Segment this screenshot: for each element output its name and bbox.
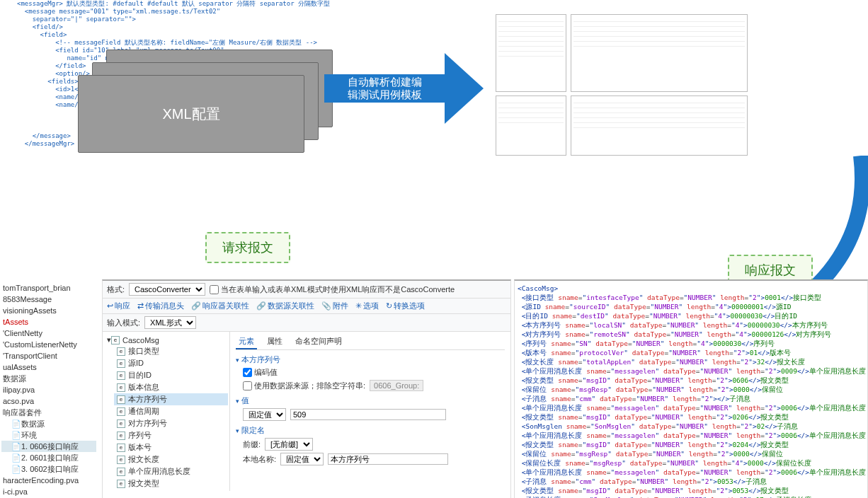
resp-xml-line: <子消息 sname="cmm" dataType="NUMBER" lengt… (518, 477, 864, 486)
resp-xml-line: <单个应用消息长度 sname="messagelen" dataType="N… (518, 431, 864, 440)
localname-text-input[interactable] (328, 453, 448, 465)
request-tag: 请求报文 (205, 232, 290, 263)
project-tree-item[interactable]: 8583Message (1, 294, 96, 305)
resp-xml-line: <SonMsglen sname="SonMsglen" dataType="N… (518, 422, 864, 431)
value-mode-select[interactable]: 固定值 (243, 408, 286, 421)
toolbar-icon: 📎 (321, 301, 331, 310)
project-tree-item[interactable]: 📄3. 0602接口响应 (1, 463, 96, 475)
resp-xml-line: <报文类型 sname="msgID" dataType="NUMBER" le… (518, 486, 864, 495)
msgtree-node[interactable]: e版本信息 (114, 381, 228, 393)
format-checkbox-label: 当在表单输入或表单XML模式时使用XML响应而不是CascoConverte (221, 284, 455, 295)
msgtree-node[interactable]: e版本号 (114, 441, 228, 453)
format-bar: 格式: CascoConverter 当在表单输入或表单XML模式时使用XML响… (103, 281, 510, 299)
input-mode-bar: 输入模式: XML形式 (103, 314, 510, 332)
flow-arrow: 自动解析创建编 辑测试用例模板 (324, 50, 487, 127)
project-tree-item[interactable]: 📄数据源 (1, 418, 96, 429)
xml-config-label: XML配置 (162, 105, 219, 124)
toolbar-数据源关联性[interactable]: 🔗数据源关联性 (256, 301, 314, 311)
resp-xml-line: <源ID sname="sourceID" dataType="NUMBER" … (518, 302, 864, 311)
msgtree-node[interactable]: e目的ID (114, 369, 228, 381)
resp-xml-line: <报文类型 sname="msgID" dataType="NUMBER" le… (518, 376, 864, 385)
toolbar-传输消息头[interactable]: ⇄传输消息头 (137, 301, 184, 311)
project-tree-item[interactable]: 📄2. 0601接口响应 (1, 452, 96, 463)
resp-xml-line: <序列号 sname="SN" dataType="NUMBER" length… (518, 339, 864, 348)
resp-xml-line: <单个应用消息长度 sname="messagelen" dataType="N… (518, 366, 864, 376)
toolbar-icon: ✳ (355, 301, 362, 310)
msgtree-node[interactable]: e单个应用消息长度 (114, 465, 228, 477)
resp-xml-line: <接口类型 sname="intesfaceType" dataType="NU… (518, 293, 864, 302)
prop-tab[interactable]: 属性 (264, 335, 285, 349)
resp-xml-line: <报文类型 sname="msgID" dataType="NUMBER" le… (518, 412, 864, 422)
resp-xml-line: <单个应用消息长度 sname="messagelen" dataType="N… (518, 468, 864, 477)
project-tree[interactable]: tomTransport_brian8583MessagevisioningAs… (0, 279, 99, 498)
toolbar-响应[interactable]: ↩响应 (107, 301, 130, 311)
prop-tabs[interactable]: 元素属性命名空间声明 (236, 335, 505, 350)
resp-xml-line: <本方序列号 sname="localSN" dataType="NUMBER"… (518, 320, 864, 330)
project-tree-item[interactable]: tomTransport_brian (1, 282, 96, 294)
msgtree-root[interactable]: ▾ eCascoMsg (104, 335, 228, 345)
project-tree-item[interactable]: 响应器套件 (1, 407, 96, 418)
toolbar-icon: ⇄ (137, 301, 144, 310)
prefix-select[interactable]: [无前缀] (265, 438, 313, 451)
format-checkbox[interactable] (210, 285, 219, 294)
format-label: 格式: (107, 284, 125, 295)
resp-xml-line: <单个应用消息长度 sname="messagelen" dataType="N… (518, 403, 864, 412)
file-icon: 📄 (11, 452, 20, 463)
project-tree-item[interactable]: 数据源 (1, 373, 96, 384)
toolbar-icon: ↻ (386, 301, 392, 310)
msgtree-node[interactable]: e序列号 (114, 429, 228, 441)
msgtree-node[interactable]: e对方序列号 (114, 417, 228, 429)
project-tree-item[interactable]: 'TransportClient (1, 350, 96, 361)
response-xml-panel[interactable]: <CascoMsg> <接口类型 sname="intesfaceType" d… (514, 279, 868, 498)
resp-xml-line: <保留位 sname="msgResp" dataType="NUMBER" l… (518, 449, 864, 458)
project-tree-item[interactable]: 'CustomListenerNetty (1, 339, 96, 350)
resp-xml-line: <目的ID sname="destID" dataType="NUMBER" l… (518, 311, 864, 320)
project-tree-item[interactable]: ualAssets (1, 361, 96, 373)
project-tree-item[interactable]: acso.pva (1, 395, 96, 407)
input-mode-label: 输入模式: (107, 318, 140, 328)
project-tree-item[interactable]: 📄1. 0606接口响应 (1, 441, 96, 452)
msgtree-node[interactable]: e报文长度 (114, 453, 228, 465)
flow-arrow-line2: 辑测试用例模板 (348, 88, 422, 101)
datasource-checkbox[interactable] (243, 381, 252, 390)
prop-tab[interactable]: 命名空间声明 (292, 335, 345, 349)
toolbar-选项[interactable]: ✳选项 (355, 301, 379, 311)
datasource-checkbox-wrap[interactable]: 使用数据源来源；排除空字符串: (243, 381, 365, 391)
format-select[interactable]: CascoConverter (129, 283, 205, 296)
msgtree-node[interactable]: e接口类型 (114, 345, 228, 357)
prefix-label: 前缀: (243, 439, 261, 450)
localname-label: 本地名称: (243, 454, 276, 465)
resp-xml-line: <版本号 sname="protocolVer" dataType="NUMBE… (518, 348, 864, 357)
encode-checkbox[interactable] (243, 368, 252, 377)
localname-mode-select[interactable]: 固定值 (280, 453, 324, 465)
toolbar-转换选项[interactable]: ↻转换选项 (386, 301, 425, 311)
request-editor: 格式: CascoConverter 当在表单输入或表单XML模式时使用XML响… (102, 279, 511, 498)
value-text-input[interactable] (290, 409, 446, 420)
toolbar-响应器关联性[interactable]: 🔗响应器关联性 (191, 301, 249, 311)
editor-toolbar: ↩响应⇄传输消息头🔗响应器关联性🔗数据源关联性📎附件✳选项↻转换选项 (103, 299, 510, 314)
toolbar-icon: 🔗 (256, 301, 266, 310)
format-checkbox-wrap[interactable]: 当在表单输入或表单XML模式时使用XML响应而不是CascoConverte (210, 284, 455, 295)
resp-xml-line: <保留位长度 sname="msgResp" dataType="NUMBER"… (518, 458, 864, 468)
project-tree-item[interactable]: 📄环境 (1, 429, 96, 441)
msgtree-node[interactable]: e本方序列号 (114, 393, 228, 405)
toolbar-icon: ↩ (107, 301, 113, 310)
msgtree-node[interactable]: e源ID (114, 357, 228, 369)
project-tree-item[interactable]: i-ci.pva (1, 486, 96, 497)
project-tree-item[interactable]: ilipay.pva (1, 384, 96, 395)
prop-tab[interactable]: 元素 (236, 335, 257, 349)
msgtree-node[interactable]: e通信周期 (114, 405, 228, 417)
input-mode-select[interactable]: XML形式 (144, 316, 196, 329)
toolbar-附件[interactable]: 📎附件 (321, 301, 348, 311)
project-tree-item[interactable]: 'ClientNetty (1, 328, 96, 339)
file-icon: 📄 (11, 418, 20, 429)
msgtree-node[interactable]: e报文类型 (114, 477, 228, 490)
project-tree-item[interactable]: haracterEncoding.pva (1, 475, 96, 486)
toolbar-icon: 🔗 (191, 301, 201, 310)
project-tree-item[interactable]: visioningAssets (1, 305, 96, 316)
resp-xml-line: <子消息 sname="cmm" dataType="NUMBER" lengt… (518, 394, 864, 403)
encode-checkbox-wrap[interactable]: 编码值 (243, 367, 278, 378)
resp-xml-line: <子消息长度 sname="SonMsglen" dataType="NUMBE… (518, 495, 864, 498)
message-tree[interactable]: ▾ eCascoMsge接口类型e源IDe目的IDe版本信息e本方序列号e通信周… (103, 332, 230, 491)
project-tree-item[interactable]: tAssets (1, 316, 96, 328)
